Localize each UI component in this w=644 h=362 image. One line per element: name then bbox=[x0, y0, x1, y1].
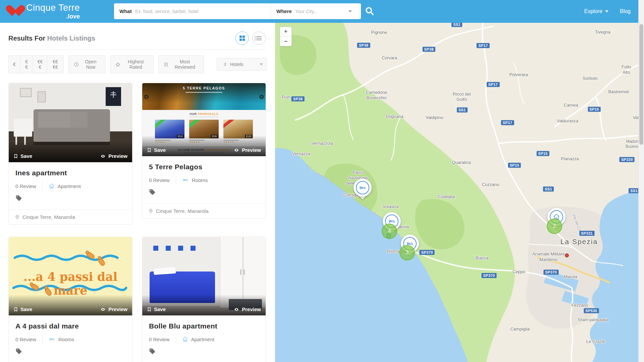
listing-card-ines[interactable]: Save Preview Ines apartment 0 Review bbox=[8, 83, 132, 225]
map-town-label: Camedone Bovecchio bbox=[366, 89, 387, 101]
road-shield-label: SP15 bbox=[536, 151, 549, 156]
listing-type[interactable]: Apartment bbox=[182, 336, 214, 342]
listing-type[interactable]: Rooms bbox=[49, 337, 74, 342]
banner-text: ...a 4 passi dal mare bbox=[9, 270, 132, 297]
listing-type[interactable]: Apartment bbox=[49, 183, 81, 189]
list-icon bbox=[256, 35, 262, 41]
eye-icon bbox=[233, 307, 239, 312]
zoom-out-button[interactable]: − bbox=[280, 37, 291, 46]
eye-icon bbox=[100, 307, 106, 312]
save-button[interactable]: Save bbox=[147, 306, 166, 312]
map-cluster-badge[interactable]: 3 bbox=[399, 245, 415, 260]
map-town-label: Ceppo bbox=[513, 269, 525, 275]
map-town-label: La Spezia bbox=[560, 237, 598, 246]
road-shield-label: SP38 bbox=[357, 43, 370, 48]
search-button[interactable] bbox=[363, 5, 376, 18]
map-town-label: Drignana bbox=[386, 114, 404, 119]
where-select[interactable]: Where bbox=[271, 3, 348, 19]
listing-photo: Save Preview bbox=[9, 83, 132, 162]
map-town-label: Carnea bbox=[564, 103, 578, 108]
map-canvas[interactable]: + − PignoneCorvaraCamedone BovecchioRicc… bbox=[275, 23, 644, 362]
map-town-label: Snam-panigaglia bbox=[578, 317, 608, 322]
nav-explore[interactable]: Explore bbox=[584, 8, 608, 14]
road-shield-label: SP15 bbox=[508, 163, 521, 168]
nav-blog[interactable]: Blog bbox=[620, 8, 631, 14]
top-nav: Explore Blog bbox=[584, 0, 631, 23]
preview-button[interactable]: Preview bbox=[100, 306, 127, 312]
where-input[interactable] bbox=[295, 9, 343, 14]
preview-button[interactable]: Preview bbox=[100, 153, 127, 159]
nav-blog-label: Blog bbox=[620, 8, 631, 14]
price-filter-2[interactable]: €€ bbox=[20, 56, 33, 73]
listing-card-bolleblu[interactable]: Save Preview Bolle Blu apartment 0 Revie… bbox=[142, 237, 266, 362]
save-button[interactable]: Save bbox=[13, 153, 32, 159]
price-filter-3[interactable]: €€€ bbox=[33, 56, 47, 73]
road-shield-label: SS1 bbox=[457, 108, 468, 113]
where-label: Where bbox=[276, 8, 292, 14]
listing-title[interactable]: A 4 passi dal mare bbox=[15, 322, 125, 330]
bookmark-icon bbox=[147, 307, 152, 312]
heart-icon bbox=[9, 5, 22, 17]
map-cluster-badge[interactable]: 2 bbox=[547, 219, 562, 234]
search-bar: What Where bbox=[114, 3, 361, 19]
star-icon bbox=[115, 62, 120, 67]
open-now-filter[interactable]: Open Now bbox=[68, 55, 105, 73]
bed-icon bbox=[359, 184, 367, 191]
listing-type[interactable]: Rooms bbox=[182, 177, 208, 183]
zoom-in-button[interactable]: + bbox=[280, 27, 291, 37]
tag-icon bbox=[15, 195, 22, 201]
map-town-label: Campiglia bbox=[510, 326, 530, 332]
bookmark-icon bbox=[13, 154, 18, 159]
review-count: 0 Review bbox=[15, 183, 36, 189]
map-marker-bed[interactable] bbox=[354, 179, 372, 197]
most-reviewed-filter[interactable]: Most Reviewed bbox=[158, 55, 204, 73]
preview-button[interactable]: Preview bbox=[233, 306, 261, 312]
bookmark-icon bbox=[13, 307, 18, 312]
what-input[interactable] bbox=[135, 9, 265, 14]
map-town-label: Valdipino bbox=[426, 115, 443, 120]
road-shield-label: SP331 bbox=[579, 231, 594, 236]
eye-icon bbox=[233, 148, 239, 153]
listing-title[interactable]: 5 Terre Pelagos bbox=[149, 163, 259, 171]
listings-panel: Results For Hotels Listings € €€ €€€ €€€… bbox=[0, 23, 275, 362]
brand-logo[interactable]: Cinque Terre .love bbox=[9, 3, 96, 19]
map-town-label: Arsenale Militare Marittimo bbox=[532, 251, 565, 262]
listing-title[interactable]: Bolle Blu apartment bbox=[149, 322, 259, 330]
poi-marker-icon[interactable] bbox=[565, 253, 569, 257]
grid-view-button[interactable] bbox=[235, 32, 249, 45]
carousel-left-icon: ‹ bbox=[144, 95, 149, 99]
road-shield-label: SP370 bbox=[481, 273, 496, 278]
road-shield-label: SP530 bbox=[584, 308, 599, 313]
listing-title[interactable]: Ines apartment bbox=[15, 169, 125, 177]
preview-button[interactable]: Preview bbox=[233, 147, 261, 153]
road-shield-label: SP17 bbox=[501, 120, 514, 125]
apartment-icon bbox=[49, 183, 55, 189]
menu-list-icon bbox=[222, 62, 227, 67]
chevron-down-icon bbox=[260, 63, 263, 65]
page-scrollbar[interactable] bbox=[638, 0, 644, 362]
listing-card-pelagos[interactable]: 5 TERRE PELAGOS ‹ › OUR PROPOSALS €110 €… bbox=[142, 83, 266, 219]
tags-row bbox=[149, 348, 259, 356]
map-town-label: Polverara bbox=[509, 72, 528, 77]
save-button[interactable]: Save bbox=[147, 147, 166, 153]
price-filter-1[interactable]: € bbox=[9, 56, 20, 73]
list-view-button[interactable] bbox=[252, 32, 266, 45]
review-count: 0 Review bbox=[149, 337, 170, 342]
scrollbar-thumb[interactable] bbox=[639, 24, 643, 145]
price-filter-4[interactable]: €€€€ bbox=[47, 56, 63, 73]
category-dropdown[interactable]: Hotels bbox=[217, 58, 267, 71]
brand-tld: .love bbox=[26, 13, 80, 19]
bed-icon bbox=[49, 337, 55, 342]
where-caret-icon bbox=[348, 10, 352, 12]
map-town-label: Pignone bbox=[371, 30, 387, 35]
listing-card-4passi[interactable]: ...a 4 passi dal mare Save Preview A 4 p… bbox=[8, 237, 132, 362]
highest-rated-filter[interactable]: Highest Rated bbox=[110, 55, 154, 73]
map-town-label: Marola bbox=[564, 274, 577, 280]
road-shield-label: SS1 bbox=[451, 23, 462, 27]
save-button[interactable]: Save bbox=[13, 306, 32, 312]
road-shield-label: SS1 bbox=[543, 186, 554, 191]
map-town-label: Cozzano bbox=[482, 182, 499, 187]
map-cluster-badge[interactable]: 4 bbox=[382, 224, 397, 239]
map-town-label: Riccò del Golfo bbox=[453, 91, 471, 102]
nav-explore-label: Explore bbox=[584, 8, 602, 14]
